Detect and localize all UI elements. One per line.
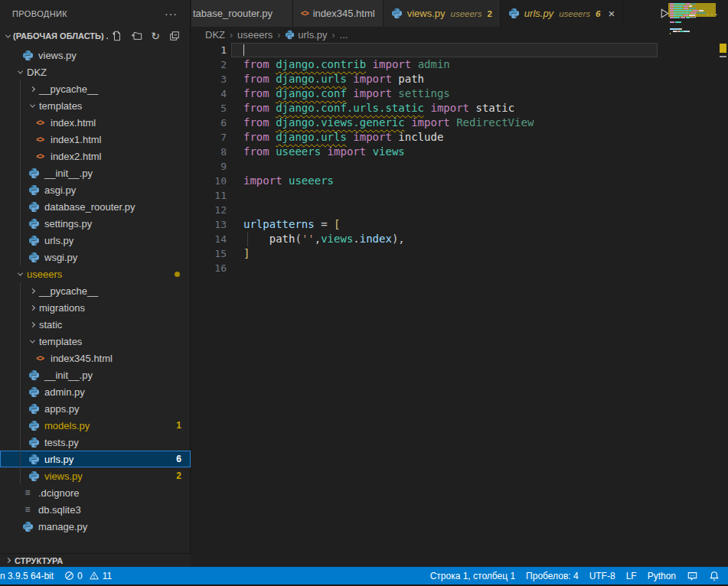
tree-item-label: templates xyxy=(39,336,82,347)
python-interpreter-status[interactable]: n 3.9.5 64-bit xyxy=(0,567,59,584)
tree-item-tests.py[interactable]: tests.py xyxy=(0,434,191,451)
tree-item-index345.html[interactable]: <>index345.html xyxy=(0,350,191,366)
breadcrumb-item-DKZ[interactable]: DKZ xyxy=(205,29,225,41)
minimap-line xyxy=(670,31,690,32)
explorer-more-actions-icon[interactable]: ··· xyxy=(165,8,178,20)
python-file-icon xyxy=(28,386,40,398)
line-number: 13 xyxy=(191,217,227,232)
collapse-all-icon[interactable] xyxy=(168,30,181,42)
code-line-8: 8from useeers import views xyxy=(191,145,728,159)
close-icon[interactable]: × xyxy=(608,8,615,19)
tree-item-models.py[interactable]: models.py1 xyxy=(0,417,191,434)
cursor-position-status[interactable]: Строка 1, столбец 1 xyxy=(425,567,521,584)
tree-item-admin.py[interactable]: admin.py xyxy=(0,383,191,400)
eol-status[interactable]: LF xyxy=(621,567,642,584)
tree-item-DKZ[interactable]: DKZ xyxy=(0,63,191,80)
tree-item-static[interactable]: static xyxy=(0,316,191,333)
code-line-14: 14 path('',views.index), xyxy=(191,232,728,246)
tree-item-settings.py[interactable]: settings.py xyxy=(0,215,191,232)
encoding-status[interactable]: UTF-8 xyxy=(584,567,621,584)
feedback-icon[interactable] xyxy=(681,567,704,584)
minimap-line xyxy=(670,5,692,7)
tree-item-index1.html[interactable]: <>index1.html xyxy=(0,131,191,148)
tree-item-index.html[interactable]: <>index.html xyxy=(0,114,191,131)
code-line-text: from django.conf import settings xyxy=(243,86,450,101)
minimap[interactable] xyxy=(668,1,716,93)
tab-index345.html[interactable]: <>index345.html xyxy=(293,0,384,27)
tree-item-manage.py[interactable]: manage.py xyxy=(0,518,191,535)
workspace-section-header[interactable]: (РАБОЧАЯ ОБЛАСТЬ) ... ↻ xyxy=(0,27,190,45)
tab-urls.py[interactable]: urls.pyuseeers6× xyxy=(501,0,623,27)
tree-item-label: .dcignore xyxy=(38,487,79,499)
tree-item-urls.py[interactable]: urls.py6 xyxy=(0,451,191,467)
tree-item-views.py[interactable]: views.py2 xyxy=(0,467,191,484)
tree-item-templates[interactable]: templates xyxy=(0,97,191,114)
breadcrumb-item-...[interactable]: ... xyxy=(340,29,348,41)
code-line-text: from useeers import views xyxy=(243,145,405,159)
tree-item-database_roouter.py[interactable]: database_roouter.py xyxy=(0,198,191,215)
tree-item-asgi.py[interactable]: asgi.py xyxy=(0,181,191,198)
tree-item-label: migrations xyxy=(39,302,85,314)
tree-item-label: asgi.py xyxy=(44,184,76,196)
tree-item-index2.html[interactable]: <>index2.html xyxy=(0,148,191,164)
plain-file-icon: ≡ xyxy=(21,487,34,498)
tab-tabase_roouter.py[interactable]: tabase_roouter.py xyxy=(191,0,293,27)
breadcrumb-item-useeers[interactable]: useeers xyxy=(237,29,273,41)
tree-item-apps.py[interactable]: apps.py xyxy=(0,400,191,417)
code-line-text: from django.contrib import admin xyxy=(243,57,450,72)
html-file-icon: <> xyxy=(34,354,46,363)
chevron-right-icon xyxy=(5,558,11,563)
breadcrumb-separator: › xyxy=(332,30,335,41)
tree-item-migrations[interactable]: migrations xyxy=(0,299,191,316)
tree-item-.dcignore[interactable]: ≡.dcignore xyxy=(0,484,191,501)
code-line-4: 4from django.conf import settings xyxy=(191,86,728,101)
line-number: 14 xyxy=(191,232,227,246)
minimap-line xyxy=(670,17,690,18)
breadcrumb-item-urls.py[interactable]: urls.py xyxy=(285,29,327,41)
tree-item-wsgi.py[interactable]: wsgi.py xyxy=(0,249,191,265)
problems-status[interactable]: 0 11 xyxy=(59,567,117,584)
tree-item-useeers[interactable]: useeers xyxy=(0,265,191,282)
tree-item-__pycache__[interactable]: __pycache__ xyxy=(0,80,191,97)
python-file-icon xyxy=(28,370,40,381)
code-line-10: 10import useeers xyxy=(191,174,728,188)
tree-item-templates[interactable]: templates xyxy=(0,333,191,350)
language-mode-status[interactable]: Python xyxy=(642,567,681,584)
tab-views.py[interactable]: views.pyuseeers2 xyxy=(384,0,501,27)
notifications-bell-icon[interactable] xyxy=(704,567,725,584)
indentation-status[interactable]: Пробелов: 4 xyxy=(521,567,584,584)
tree-item-label: useeers xyxy=(27,269,62,280)
line-number: 6 xyxy=(191,116,227,130)
tab-problems-badge: 2 xyxy=(487,9,491,18)
tree-item-__init__.py[interactable]: __init__.py xyxy=(0,366,191,383)
tree-item-db.sqlite3[interactable]: ≡db.sqlite3 xyxy=(0,501,191,518)
minimap-line xyxy=(670,21,681,23)
tree-item-__init__.py[interactable]: __init__.py xyxy=(0,164,191,181)
code-line-11: 11 xyxy=(191,188,728,203)
refresh-icon[interactable]: ↻ xyxy=(149,30,162,42)
chevron-down-icon xyxy=(5,32,11,37)
workspace-label: (РАБОЧАЯ ОБЛАСТЬ) ... xyxy=(13,31,108,41)
minimap-line xyxy=(670,12,706,14)
chevron-right-icon xyxy=(28,323,37,327)
python-file-icon xyxy=(28,252,40,263)
python-file-icon xyxy=(28,201,40,213)
code-line-text: ] xyxy=(243,246,250,261)
tree-item-label: __init__.py xyxy=(44,168,93,179)
new-file-icon[interactable] xyxy=(111,30,123,42)
overview-ruler[interactable] xyxy=(716,0,728,524)
code-line-text: from django.urls import include xyxy=(243,130,443,145)
tree-item-__pycache__[interactable]: __pycache__ xyxy=(0,282,191,299)
tab-bar: tabase_roouter.py<>index345.htmlviews.py… xyxy=(191,0,728,27)
code-line-15: 15] xyxy=(191,246,728,261)
tab-description: useeers xyxy=(559,9,590,18)
line-number: 3 xyxy=(191,72,227,86)
tree-item-urls.py[interactable]: urls.py xyxy=(0,232,191,249)
tree-item-views.py[interactable]: views.py xyxy=(0,47,191,63)
outline-label: СТРУКТУРА xyxy=(15,556,63,565)
indent-guide xyxy=(20,80,21,265)
new-folder-icon[interactable] xyxy=(130,30,142,42)
outline-section-header[interactable]: СТРУКТУРА xyxy=(0,553,191,567)
code-editor[interactable]: 12from django.contrib import admin3from … xyxy=(191,43,728,567)
python-file-icon xyxy=(28,420,40,431)
